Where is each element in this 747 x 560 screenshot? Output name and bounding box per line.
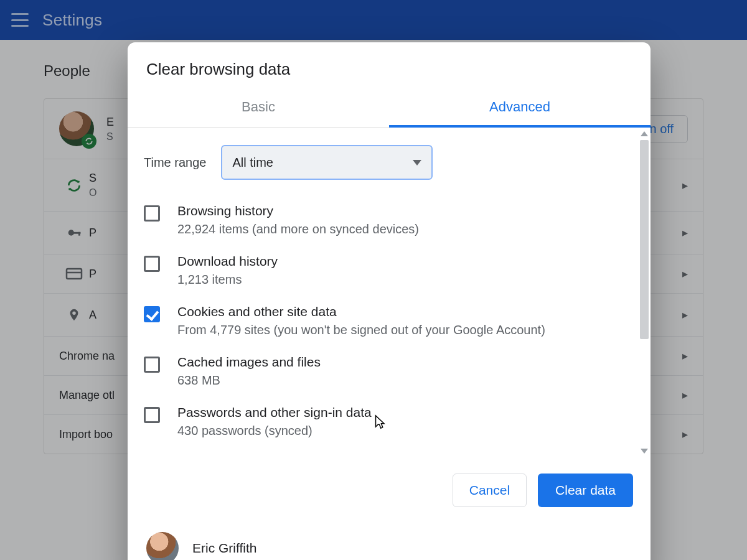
option-title: Passwords and other sign-in data xyxy=(177,405,372,420)
time-range-select[interactable]: All time xyxy=(221,145,433,180)
tab-basic[interactable]: Basic xyxy=(128,90,389,127)
option-autofill[interactable]: Autofill form data xyxy=(144,447,634,457)
option-cached[interactable]: Cached images and files 638 MB xyxy=(144,346,634,396)
checkbox-passwords[interactable] xyxy=(144,407,160,423)
scroll-thumb[interactable] xyxy=(640,140,649,339)
option-title: Cookies and other site data xyxy=(177,304,545,319)
tab-advanced[interactable]: Advanced xyxy=(389,90,651,128)
avatar xyxy=(146,532,179,560)
option-cookies[interactable]: Cookies and other site data From 4,779 s… xyxy=(144,296,634,346)
time-range-value: All time xyxy=(232,156,273,170)
option-title: Browsing history xyxy=(177,203,419,218)
checkbox-browsing-history[interactable] xyxy=(144,205,160,222)
option-sub: 1,213 items xyxy=(177,273,278,287)
checkbox-download-history[interactable] xyxy=(144,256,160,272)
signed-in-name: Eric Griffith xyxy=(192,541,256,556)
clear-data-button[interactable]: Clear data xyxy=(538,474,633,507)
scrollbar[interactable] xyxy=(639,130,649,455)
dialog-title: Clear browsing data xyxy=(128,42,651,90)
option-passwords[interactable]: Passwords and other sign-in data 430 pas… xyxy=(144,396,634,447)
clear-browsing-data-dialog: Clear browsing data Basic Advanced Time … xyxy=(128,42,651,560)
time-range-label: Time range xyxy=(144,156,206,170)
option-browsing-history[interactable]: Browsing history 22,924 items (and more … xyxy=(144,195,634,245)
option-title: Download history xyxy=(177,254,278,269)
option-download-history[interactable]: Download history 1,213 items xyxy=(144,245,634,296)
option-sub: 430 passwords (synced) xyxy=(177,424,372,438)
scroll-up-icon[interactable] xyxy=(641,131,648,136)
dialog-body: Time range All time Browsing history 22,… xyxy=(128,128,651,457)
signed-in-row: Eric Griffith xyxy=(128,523,651,560)
checkbox-cookies[interactable] xyxy=(144,306,160,322)
time-range-row: Time range All time xyxy=(144,139,634,195)
dropdown-triangle-icon xyxy=(413,160,421,166)
option-title: Cached images and files xyxy=(177,355,321,370)
dialog-actions: Cancel Clear data xyxy=(128,457,651,523)
option-sub: 22,924 items (and more on synced devices… xyxy=(177,222,419,236)
option-sub: From 4,779 sites (you won't be signed ou… xyxy=(177,323,545,337)
option-title: Autofill form data xyxy=(177,455,276,457)
checkbox-cached[interactable] xyxy=(144,357,160,373)
dialog-tabs: Basic Advanced xyxy=(128,90,651,128)
cancel-button[interactable]: Cancel xyxy=(453,474,527,507)
option-sub: 638 MB xyxy=(177,373,321,388)
scroll-down-icon[interactable] xyxy=(641,449,648,454)
